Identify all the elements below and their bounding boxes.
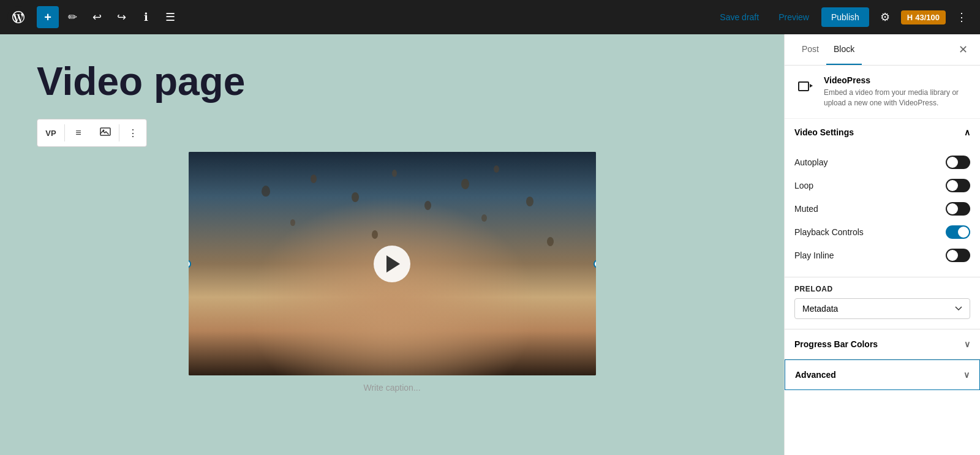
preload-select[interactable]: None Metadata Auto — [794, 298, 970, 319]
list-view-button[interactable]: ☰ — [159, 6, 181, 28]
advanced-chevron-icon: ∨ — [963, 370, 970, 380]
list-icon: ☰ — [165, 10, 175, 24]
hemingway-badge[interactable]: H 43/100 — [901, 10, 946, 24]
video-block: Write caption... — [189, 152, 596, 393]
chevron-down-icon: ∨ — [964, 339, 970, 349]
preview-button[interactable]: Preview — [771, 9, 816, 26]
playback-controls-label: Playback Controls — [794, 227, 864, 237]
align-icon: ≡ — [75, 127, 81, 138]
sidebar-tabs: Post Block ✕ — [785, 34, 980, 66]
play-icon — [386, 255, 400, 273]
preload-section: PRELOAD None Metadata Auto — [785, 277, 980, 329]
close-sidebar-button[interactable]: ✕ — [956, 34, 970, 65]
playback-controls-toggle[interactable] — [946, 225, 970, 239]
autoplay-toggle[interactable] — [946, 156, 970, 169]
video-settings-section: Video Settings ∧ Autoplay Loop — [785, 119, 980, 277]
wordpress-icon — [12, 11, 24, 23]
muted-toggle[interactable] — [946, 202, 970, 216]
playback-controls-knob — [958, 227, 969, 238]
more-options-button[interactable]: ⋮ — [951, 6, 973, 28]
autoplay-knob — [947, 157, 958, 168]
block-toolbar: VP ≡ ⋮ — [37, 119, 147, 147]
vertical-dots-icon: ⋮ — [128, 127, 138, 139]
hemingway-h-icon: H — [907, 13, 913, 22]
block-title: VideoPress — [824, 75, 970, 85]
loop-toggle[interactable] — [946, 179, 970, 192]
block-info: VideoPress Embed a video from your media… — [785, 66, 980, 119]
tab-block[interactable]: Block — [826, 34, 862, 65]
video-settings-header[interactable]: Video Settings ∧ — [785, 119, 980, 146]
progress-bar-colors-section: Progress Bar Colors ∨ — [785, 329, 980, 359]
caption-placeholder[interactable]: Write caption... — [189, 383, 596, 393]
ellipsis-icon: ⋮ — [956, 10, 967, 24]
block-description: Embed a video from your media library or… — [824, 88, 970, 108]
pencil-icon: ✏ — [68, 10, 77, 24]
vp-icon: VP — [45, 129, 56, 138]
wp-logo — [7, 6, 29, 28]
advanced-section: Advanced ∨ — [785, 359, 980, 390]
autoplay-label: Autoplay — [794, 157, 827, 167]
toolbar-right: Save draft Preview Publish ⚙ H 43/100 ⋮ — [712, 6, 973, 28]
undo-button[interactable]: ↩ — [86, 6, 108, 28]
play-inline-toggle[interactable] — [946, 249, 970, 262]
advanced-label: Advanced — [795, 370, 836, 380]
media-button[interactable] — [92, 119, 119, 146]
publish-button[interactable]: Publish — [821, 7, 869, 27]
save-draft-button[interactable]: Save draft — [712, 9, 766, 26]
redo-icon: ↪ — [117, 10, 126, 24]
loop-label: Loop — [794, 181, 813, 190]
image-icon — [100, 126, 111, 140]
add-block-button[interactable]: + — [37, 6, 59, 28]
more-block-options-button[interactable]: ⋮ — [119, 119, 146, 146]
hemingway-score: 43/100 — [915, 13, 940, 22]
page-title: Video page — [37, 59, 588, 104]
videopress-icon — [797, 78, 814, 95]
muted-label: Muted — [794, 204, 818, 214]
info-button[interactable]: ℹ — [135, 6, 157, 28]
videopress-block-button[interactable]: VP — [37, 119, 64, 146]
tab-post[interactable]: Post — [794, 34, 826, 65]
preload-label: PRELOAD — [794, 285, 970, 293]
muted-row: Muted — [794, 197, 970, 220]
main-layout: Video page VP ≡ ⋮ — [0, 34, 980, 455]
editor-area: Video page VP ≡ ⋮ — [0, 34, 784, 455]
edit-button[interactable]: ✏ — [61, 6, 83, 28]
plus-icon: + — [44, 10, 51, 24]
gear-icon: ⚙ — [880, 10, 890, 24]
progress-bar-colors-header[interactable]: Progress Bar Colors ∨ — [785, 329, 980, 359]
progress-bar-colors-label: Progress Bar Colors — [794, 339, 878, 349]
chevron-up-icon: ∧ — [964, 127, 970, 137]
video-settings-content: Autoplay Loop Muted — [785, 146, 980, 277]
settings-button[interactable]: ⚙ — [874, 6, 896, 28]
video-settings-label: Video Settings — [794, 127, 854, 137]
autoplay-row: Autoplay — [794, 151, 970, 174]
top-toolbar: + ✏ ↩ ↪ ℹ ☰ Save draft Preview Publish ⚙… — [0, 0, 980, 34]
loop-row: Loop — [794, 174, 970, 197]
playback-controls-row: Playback Controls — [794, 220, 970, 244]
undo-icon: ↩ — [92, 10, 102, 24]
redo-button[interactable]: ↪ — [110, 6, 132, 28]
play-inline-knob — [947, 250, 958, 261]
sidebar: Post Block ✕ VideoPress Embed a video fr… — [784, 34, 980, 455]
loop-knob — [947, 180, 958, 191]
block-info-text: VideoPress Embed a video from your media… — [824, 75, 970, 108]
video-container[interactable] — [189, 152, 596, 375]
block-icon — [794, 75, 816, 97]
play-inline-label: Play Inline — [794, 250, 834, 260]
muted-knob — [947, 203, 958, 214]
align-button[interactable]: ≡ — [65, 119, 92, 146]
advanced-header[interactable]: Advanced ∨ — [785, 360, 979, 389]
play-button[interactable] — [374, 246, 410, 282]
info-icon: ℹ — [144, 10, 148, 24]
play-inline-row: Play Inline — [794, 244, 970, 267]
